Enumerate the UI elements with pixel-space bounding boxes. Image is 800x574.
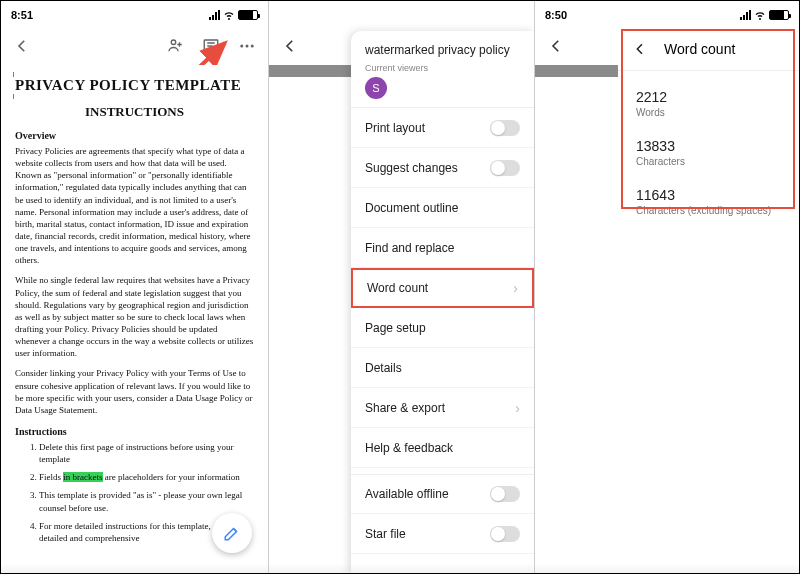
svg-point-0 — [171, 40, 176, 45]
document-content: PRIVACY POLICY TEMPLATE INSTRUCTIONS Ove… — [1, 65, 268, 573]
clock: 8:50 — [545, 9, 567, 21]
wc-characters: 13833 Characters — [618, 128, 799, 177]
menu-page-setup[interactable]: Page setup — [351, 308, 534, 348]
menu-print-layout[interactable]: Print layout — [351, 108, 534, 148]
clock: 8:51 — [11, 9, 33, 21]
sheet-title: watermarked privacy policy — [351, 31, 534, 63]
wc-characters-nospace: 11643 Characters (excluding spaces) — [618, 177, 799, 226]
menu-details[interactable]: Details — [351, 348, 534, 388]
menu-suggest-changes[interactable]: Suggest changes — [351, 148, 534, 188]
word-count-panel: Word count 2212 Words 13833 Characters 1… — [618, 27, 799, 573]
svg-point-4 — [251, 45, 254, 48]
overview-heading: Overview — [15, 130, 254, 141]
highlight: in brackets — [63, 472, 102, 482]
viewers-label: Current viewers — [365, 63, 520, 73]
more-icon[interactable] — [238, 37, 256, 55]
battery-icon — [769, 10, 789, 20]
menu-help-feedback[interactable]: Help & feedback — [351, 428, 534, 468]
overview-p3: Consider linking your Privacy Policy wit… — [15, 367, 254, 416]
bottom-sheet: watermarked privacy policy Current viewe… — [351, 31, 534, 573]
wifi-icon — [223, 9, 235, 21]
doc-title: PRIVACY POLICY TEMPLATE — [15, 77, 254, 94]
back-icon[interactable] — [281, 37, 299, 55]
menu-word-count[interactable]: Word count› — [351, 268, 534, 308]
wc-title: Word count — [664, 41, 735, 57]
menu-share-export[interactable]: Share & export› — [351, 388, 534, 428]
menu-star-file[interactable]: Star file — [351, 514, 534, 554]
svg-rect-1 — [204, 40, 218, 50]
toggle-icon[interactable] — [490, 526, 520, 542]
instructions-heading: Instructions — [15, 426, 254, 437]
doc-subtitle: INSTRUCTIONS — [15, 104, 254, 120]
edit-fab[interactable] — [212, 513, 252, 553]
wc-words: 2212 Words — [618, 79, 799, 128]
toggle-icon[interactable] — [490, 120, 520, 136]
svg-point-3 — [246, 45, 249, 48]
overview-p2: While no single federal law requires tha… — [15, 274, 254, 359]
avatar[interactable]: S — [365, 77, 387, 99]
back-icon[interactable] — [13, 37, 31, 55]
menu-find-replace[interactable]: Find and replace — [351, 228, 534, 268]
list-item: Fields in brackets are placeholders for … — [39, 471, 254, 483]
svg-point-2 — [240, 45, 243, 48]
wifi-icon — [754, 9, 766, 21]
battery-icon — [238, 10, 258, 20]
status-right — [209, 9, 258, 21]
back-icon[interactable] — [632, 40, 648, 58]
list-item: Delete this first page of instructions b… — [39, 441, 254, 465]
menu-available-offline[interactable]: Available offline — [351, 474, 534, 514]
signal-icon — [209, 10, 220, 20]
chevron-right-icon: › — [513, 280, 518, 296]
add-user-icon[interactable] — [166, 37, 184, 55]
chevron-right-icon: › — [515, 400, 520, 416]
menu-document-outline[interactable]: Document outline — [351, 188, 534, 228]
list-item: This template is provided "as is" - plea… — [39, 489, 254, 513]
toggle-icon[interactable] — [490, 486, 520, 502]
toggle-icon[interactable] — [490, 160, 520, 176]
comment-icon[interactable] — [202, 37, 220, 55]
status-right — [740, 9, 789, 21]
overview-p1: Privacy Policies are agreements that spe… — [15, 145, 254, 266]
back-icon[interactable] — [547, 37, 565, 55]
signal-icon — [740, 10, 751, 20]
